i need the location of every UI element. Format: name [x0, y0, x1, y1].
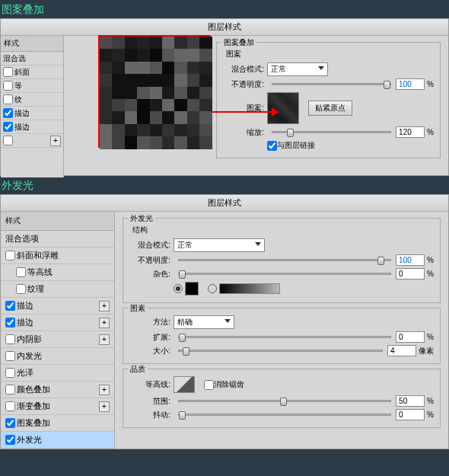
size-unit: 像素 [419, 346, 434, 356]
blendmode-select[interactable]: 正常 [174, 238, 265, 252]
style-row[interactable]: 图案叠加 [1, 415, 114, 432]
style-row[interactable]: 颜色叠加+ [1, 382, 114, 398]
range-input[interactable]: 50 [396, 395, 425, 407]
style-label: 内发光 [17, 350, 42, 362]
sub-title: 图案 [226, 49, 434, 59]
style-label: 描边 [14, 108, 30, 119]
style-row[interactable]: 描边 [1, 120, 63, 134]
panel-title: 图层样式 [1, 195, 448, 212]
style-label: 等 [14, 81, 22, 91]
style-row[interactable]: 等高线 [1, 264, 114, 281]
range-slider[interactable] [178, 400, 391, 402]
style-check[interactable] [5, 385, 15, 395]
style-check[interactable] [5, 318, 15, 327]
panel-glow: 图层样式 样式 混合选项 斜面和浮雕等高线纹理描边+描边+内阴影+内发光光泽颜色… [0, 194, 449, 449]
gradient-swatch[interactable] [219, 283, 280, 294]
noise-slider[interactable] [178, 273, 391, 275]
style-check[interactable] [5, 401, 15, 411]
plus-icon[interactable]: + [99, 385, 110, 395]
style-check[interactable] [5, 435, 15, 445]
style-row[interactable]: 光泽 [1, 365, 114, 382]
style-row[interactable]: 渐变叠加+ [1, 398, 114, 415]
plus-icon[interactable]: + [99, 334, 110, 345]
style-row[interactable]: 混合选项 [1, 231, 114, 248]
plus-icon[interactable]: + [50, 136, 61, 146]
style-check[interactable] [5, 301, 15, 311]
style-check[interactable] [3, 122, 13, 132]
opacity-input[interactable]: 100 [396, 254, 425, 266]
plus-icon[interactable]: + [99, 401, 110, 412]
radio-solid[interactable] [174, 284, 183, 293]
style-label: 外发光 [17, 434, 42, 446]
jitter-slider[interactable] [178, 414, 391, 416]
scale-slider[interactable] [272, 131, 391, 133]
group-pattern: 图案叠加 图案 混合模式: 正常 不透明度: 100 % 图案: 贴紧原点 [216, 42, 441, 158]
style-check[interactable] [5, 334, 15, 344]
scale-input[interactable]: 120 [396, 126, 425, 138]
label: 杂色: [129, 269, 170, 280]
jitter-input[interactable]: 0 [396, 409, 425, 420]
panel-title: 图层样式 [1, 19, 448, 36]
plus-icon[interactable]: + [99, 318, 110, 328]
pct: % [427, 256, 434, 264]
contour-picker[interactable] [174, 376, 195, 393]
opacity-slider[interactable] [272, 83, 391, 85]
style-check[interactable] [16, 267, 26, 277]
link-check[interactable] [267, 141, 277, 151]
style-label: 描边 [14, 122, 30, 133]
label: 混合模式: [223, 64, 264, 75]
style-check[interactable] [3, 108, 13, 118]
settings-glow: 外发光 结构 混合模式: 正常 不透明度: 100 % 杂色: 0 % [115, 212, 448, 449]
style-check[interactable] [16, 284, 26, 294]
opacity-slider[interactable] [178, 259, 391, 261]
size-input[interactable]: 4 [387, 345, 416, 356]
method-select[interactable]: 精确 [174, 315, 234, 329]
style-check[interactable] [5, 251, 15, 260]
style-label: 纹 [14, 94, 22, 105]
style-row[interactable]: 描边+ [1, 298, 114, 315]
size-slider[interactable] [178, 350, 383, 352]
opacity-input[interactable]: 100 [396, 78, 425, 90]
style-row[interactable]: + [1, 134, 63, 148]
style-check[interactable] [3, 136, 13, 145]
group-struct: 外发光 结构 混合模式: 正常 不透明度: 100 % 杂色: 0 % [123, 218, 441, 303]
style-row[interactable]: 描边 [1, 107, 63, 120]
spread-slider[interactable] [178, 336, 391, 338]
pct: % [427, 128, 434, 136]
color-swatch[interactable] [185, 282, 199, 296]
style-row[interactable]: 斜面 [1, 65, 63, 79]
style-row[interactable]: 描边+ [1, 315, 114, 331]
style-row[interactable]: 等 [1, 79, 63, 93]
style-row[interactable]: 外发光 [1, 432, 114, 449]
row-noise: 杂色: 0 % [129, 268, 434, 280]
spread-input[interactable]: 0 [396, 331, 425, 343]
antialias-check[interactable] [204, 380, 214, 390]
style-row[interactable]: 斜面和浮雕 [1, 248, 114, 264]
style-label: 斜面 [14, 67, 30, 78]
style-check[interactable] [3, 67, 13, 77]
style-row[interactable]: 内发光 [1, 348, 114, 365]
style-check[interactable] [5, 418, 15, 428]
style-row[interactable]: 混合选 [1, 52, 63, 65]
style-check[interactable] [5, 351, 15, 361]
label: 不透明度: [129, 255, 170, 266]
snap-button[interactable]: 贴紧原点 [308, 101, 352, 116]
style-row[interactable]: 纹理 [1, 281, 114, 298]
row-range: 范围: 50 % [129, 395, 434, 407]
radio-gradient[interactable] [208, 284, 217, 293]
style-check[interactable] [3, 94, 13, 104]
plus-icon[interactable]: + [99, 301, 110, 311]
style-row[interactable]: 纹 [1, 93, 63, 107]
style-check[interactable] [3, 81, 13, 91]
style-check[interactable] [5, 368, 15, 378]
blendmode-select[interactable]: 正常 [267, 62, 328, 76]
group-title: 图素 [128, 303, 148, 314]
style-label: 渐变叠加 [17, 401, 50, 412]
style-list: 样式 混合选 斜面 等 纹 描边 描边 + [1, 36, 64, 177]
link-label: 与图层链接 [277, 140, 315, 151]
noise-input[interactable]: 0 [396, 268, 425, 280]
label: 大小: [129, 346, 170, 356]
antialias-label: 消除锯齿 [214, 379, 244, 390]
row-color-source [129, 282, 434, 296]
style-row[interactable]: 内阴影+ [1, 331, 114, 348]
